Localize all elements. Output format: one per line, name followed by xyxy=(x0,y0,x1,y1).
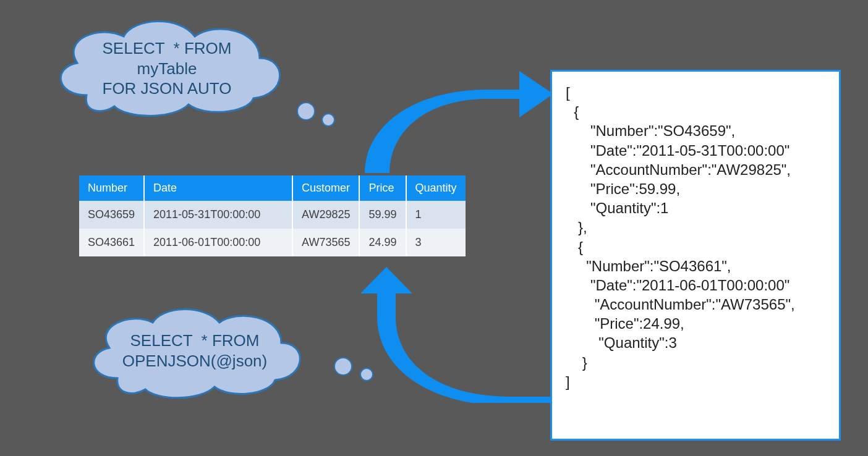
cloud-top-bubble-2 xyxy=(321,113,335,127)
cloud-top: SELECT * FROM myTable FOR JSON AUTO xyxy=(49,15,284,120)
table-row: SO43659 2011-05-31T00:00:00 AW29825 59.9… xyxy=(79,201,466,229)
cell: AW73565 xyxy=(292,229,359,256)
table-row: SO43661 2011-06-01T00:00:00 AW73565 24.9… xyxy=(79,229,466,256)
table-header-row: Number Date Customer Price Quantity xyxy=(79,175,466,201)
cloud-bottom-text: SELECT * FROM OPENJSON(@json) xyxy=(83,331,306,371)
cell: 59.99 xyxy=(359,201,406,229)
json-output-text: [ { "Number":"SO43659", "Date":"2011-05-… xyxy=(566,83,825,391)
col-date: Date xyxy=(144,175,292,201)
col-number: Number xyxy=(79,175,144,201)
cell: 2011-06-01T00:00:00 xyxy=(144,229,292,256)
arrow-to-table-icon xyxy=(343,267,553,403)
cloud-bottom: SELECT * FROM OPENJSON(@json) xyxy=(83,303,306,402)
col-price: Price xyxy=(359,175,406,201)
cell: 2011-05-31T00:00:00 xyxy=(144,201,292,229)
col-customer: Customer xyxy=(292,175,359,201)
cell: AW29825 xyxy=(292,201,359,229)
json-output-panel: [ { "Number":"SO43659", "Date":"2011-05-… xyxy=(550,70,841,441)
cloud-top-bubble-1 xyxy=(297,102,315,120)
arrow-to-json-icon xyxy=(334,56,556,179)
data-table: Number Date Customer Price Quantity SO43… xyxy=(79,175,466,256)
cell: SO43659 xyxy=(79,201,144,229)
cell: 3 xyxy=(406,229,466,256)
cloud-top-text: SELECT * FROM myTable FOR JSON AUTO xyxy=(49,38,284,99)
cell: 24.99 xyxy=(359,229,406,256)
col-quantity: Quantity xyxy=(406,175,466,201)
cell: 1 xyxy=(406,201,466,229)
cell: SO43661 xyxy=(79,229,144,256)
